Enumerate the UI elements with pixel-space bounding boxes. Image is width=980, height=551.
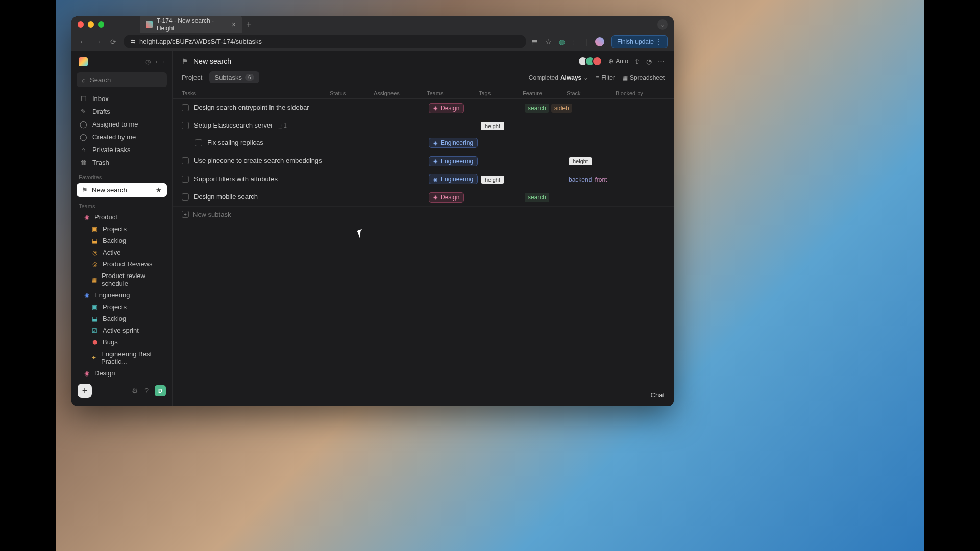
bell-icon[interactable]: ◔ [646,58,652,65]
task-checkbox[interactable] [182,193,189,201]
chat-button[interactable]: Chat [651,391,665,399]
sidebar-nav-item[interactable]: ◯Created by me [76,131,168,143]
team-child-item[interactable]: ⬓Backlog [76,313,168,324]
feature-tag[interactable]: search [525,193,549,202]
user-avatar[interactable]: D [155,385,166,396]
browser-tab[interactable]: T-174 - New search - Height × [140,16,242,35]
close-window-button[interactable] [78,21,84,28]
col-tags[interactable]: Tags [479,90,523,96]
tab-subtasks[interactable]: Subtasks 6 [209,71,259,83]
sidebar-nav-item[interactable]: ✎Drafts [76,105,168,118]
team-child-item[interactable]: ▣Projects [76,301,168,313]
settings-icon[interactable]: ⚙ [132,387,138,395]
team-item[interactable]: ◉Product [76,211,168,223]
app-logo[interactable] [79,57,88,66]
child-label: Engineering Best Practic... [101,350,164,365]
close-tab-button[interactable]: × [232,20,236,29]
task-row[interactable]: Use pinecone to create search embeddings… [173,152,674,170]
task-row[interactable]: Fix scaling replicas ◉Engineering [173,134,674,153]
favorite-item[interactable]: ⚑ New search ★ [77,183,167,197]
search-placeholder: Search [90,76,111,84]
more-icon[interactable]: ⋯ [658,58,665,65]
profile-avatar[interactable] [595,37,604,46]
task-checkbox[interactable] [182,176,189,183]
task-row[interactable]: Design mobile search ◉Design search [173,188,674,207]
team-child-item[interactable]: ▣Projects [76,223,168,235]
plus-icon: + [182,211,189,218]
team-item[interactable]: ◉Design [76,367,168,379]
site-info-icon[interactable]: ⇆ [131,38,135,45]
sidebar-nav-item[interactable]: 🗑Trash [76,156,168,169]
completed-dropdown[interactable]: Completed Always ⌄ [529,74,589,81]
team-child-item[interactable]: ⬓Backlog [76,235,168,246]
minimize-window-button[interactable] [88,21,94,28]
col-assignees[interactable]: Assignees [374,90,427,96]
sidebar: ◷ ‹ › ⌕ Search ☐Inbox✎Drafts◯Assigned to… [71,51,173,406]
new-subtask-button[interactable]: +New subtask [173,207,674,222]
extension-icon[interactable]: ◍ [559,38,565,46]
col-teams[interactable]: Teams [427,90,479,96]
search-input[interactable]: ⌕ Search [77,72,167,87]
team-tag[interactable]: ◉Design [429,103,464,113]
forward-button[interactable]: → [93,38,103,46]
feature-tag[interactable]: search [525,104,549,113]
filter-button[interactable]: ≡Filter [596,74,615,81]
team-child-item[interactable]: ◎Active [76,246,168,258]
install-icon[interactable]: ⬒ [531,38,538,46]
auto-button[interactable]: ⊕Auto [608,58,628,65]
team-tag[interactable]: ◉Engineering [429,174,478,184]
task-checkbox[interactable] [182,104,189,111]
nav-back-icon[interactable]: ‹ [156,58,158,65]
feature-tag[interactable]: sideb [551,104,572,113]
task-checkbox[interactable] [195,139,202,146]
stack-tag[interactable]: front [595,176,607,183]
team-item[interactable]: ◉Engineering [76,289,168,301]
task-row[interactable]: Support filters with attributes ◉Enginee… [173,170,674,189]
add-button[interactable]: + [78,384,92,398]
tab-project[interactable]: Project [182,71,202,83]
task-checkbox[interactable] [182,122,189,129]
col-stack[interactable]: Stack [567,90,616,96]
col-feature[interactable]: Feature [523,90,567,96]
col-blocked[interactable]: Blocked by [616,90,665,96]
team-child-item[interactable]: ☑Active sprint [76,324,168,336]
task-row[interactable]: Setup Elasticsearch server⬚ 1 height [173,117,674,134]
tag-pill[interactable]: height [481,176,504,184]
tag-pill[interactable]: height [481,122,504,130]
finish-update-button[interactable]: Finish update⋮ [611,35,668,48]
new-tab-button[interactable]: + [246,19,252,30]
stack-tag[interactable]: backend [569,176,592,183]
spreadsheet-button[interactable]: ▦Spreadsheet [622,74,665,81]
task-checkbox[interactable] [182,157,189,164]
team-child-item[interactable]: ◎Product Reviews [76,258,168,270]
clock-icon[interactable]: ◷ [145,58,151,65]
sidebar-nav-item[interactable]: ☐Inbox [76,92,168,105]
star-icon[interactable]: ★ [156,186,162,194]
reload-button[interactable]: ⟳ [108,38,118,46]
maximize-window-button[interactable] [98,21,104,28]
team-child-item[interactable]: ▦Product review schedule [76,270,168,289]
nav-label: Inbox [92,95,109,103]
team-tag[interactable]: ◉Design [429,192,464,203]
share-icon[interactable]: ⇧ [634,58,640,65]
url-input[interactable]: ⇆ height.app/cBUFzAWDsS/T-174/subtasks [124,35,526,48]
tag-pill[interactable]: height [569,157,592,165]
back-button[interactable]: ← [78,38,88,46]
sidebar-nav-item[interactable]: ⌂Private tasks [76,143,168,156]
team-child-item[interactable]: ⬢Bugs [76,336,168,348]
team-child-item[interactable]: ✦Engineering Best Practic... [76,348,168,367]
nav-forward-icon[interactable]: › [163,58,165,65]
col-tasks[interactable]: Tasks [182,90,330,96]
bookmark-icon[interactable]: ☆ [545,38,552,46]
help-icon[interactable]: ? [144,387,149,395]
team-tag[interactable]: ◉Engineering [429,138,478,148]
assignee-avatars[interactable] [578,56,602,66]
team-tag[interactable]: ◉Engineering [429,156,478,166]
sidebar-nav-item[interactable]: ◯Assigned to me [76,118,168,131]
nav-label: Trash [92,159,109,166]
col-status[interactable]: Status [330,90,374,96]
task-row[interactable]: Design search entrypoint in the sidebar … [173,99,674,117]
subtask-count-badge: 6 [245,74,254,81]
puzzle-icon[interactable]: ⬚ [572,38,579,46]
tabs-dropdown-button[interactable]: ⌄ [657,19,668,30]
